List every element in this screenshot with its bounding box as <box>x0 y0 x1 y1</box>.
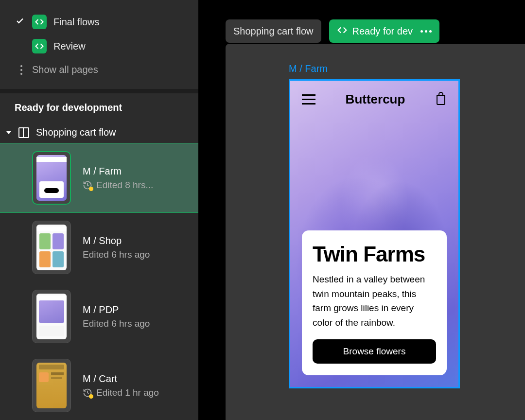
layer-name: M / Cart <box>83 373 159 385</box>
layer-meta: Edited 1 hr ago <box>96 387 159 398</box>
layers-list: M / Farm Edited 8 hrs... M / Shop <box>0 143 198 420</box>
canvas-viewport[interactable]: M / Farm Buttercup Twin Farms Nestled in… <box>226 44 525 420</box>
layer-name: M / PDP <box>83 304 150 315</box>
status-tag[interactable]: Ready for dev <box>329 19 440 43</box>
layer-name: M / Shop <box>83 235 150 246</box>
hamburger-icon[interactable] <box>302 94 315 105</box>
section-header: Ready for development <box>0 93 198 122</box>
layer-m-cart[interactable]: M / Cart Edited 1 hr ago <box>0 351 198 420</box>
device-frame[interactable]: Buttercup Twin Farms Nestled in a valley… <box>289 79 460 388</box>
canvas[interactable]: Shopping cart flow Ready for dev M / Far… <box>198 0 525 420</box>
shopping-bag-icon[interactable] <box>435 91 447 107</box>
status-tag-label: Ready for dev <box>352 26 413 37</box>
layer-meta: Edited 6 hrs ago <box>83 249 150 260</box>
check-icon <box>16 17 24 28</box>
layer-name: M / Farm <box>83 166 153 177</box>
layer-m-pdp[interactable]: M / PDP Edited 6 hrs ago <box>0 282 198 351</box>
pages-section: Final flows Review Show all pages <box>0 0 198 89</box>
more-icon[interactable] <box>420 30 432 33</box>
page-label: Review <box>53 41 86 52</box>
hero-card: Twin Farms Nestled in a valley between t… <box>302 230 447 375</box>
hero-title: Twin Farms <box>313 242 436 266</box>
section-icon <box>18 127 29 138</box>
section-tag-label: Shopping cart flow <box>233 26 314 37</box>
page-final-flows[interactable]: Final flows <box>15 10 184 34</box>
browse-flowers-button[interactable]: Browse flowers <box>313 339 436 364</box>
layer-thumbnail <box>32 359 71 412</box>
brand-logo: Buttercup <box>346 92 405 107</box>
frame-label[interactable]: M / Farm <box>289 63 525 74</box>
layer-thumbnail <box>32 290 71 343</box>
canvas-tags: Shopping cart flow Ready for dev <box>226 19 439 43</box>
layer-meta: Edited 6 hrs ago <box>83 318 150 329</box>
divider <box>0 89 198 93</box>
frame-group[interactable]: Shopping cart flow <box>0 122 198 143</box>
dev-ready-icon <box>32 15 47 29</box>
history-icon <box>83 388 92 398</box>
layer-m-farm[interactable]: M / Farm Edited 8 hrs... <box>0 143 198 213</box>
page-label: Final flows <box>53 17 99 28</box>
left-sidebar: Final flows Review Show all pages Ready … <box>0 0 198 420</box>
dev-ready-icon <box>337 25 348 38</box>
hero-body: Nestled in a valley between twin mountai… <box>313 272 436 330</box>
section-tag[interactable]: Shopping cart flow <box>226 19 321 43</box>
kebab-icon <box>20 65 22 75</box>
app-header: Buttercup <box>290 91 458 107</box>
layer-thumbnail <box>32 221 71 274</box>
layer-m-shop[interactable]: M / Shop Edited 6 hrs ago <box>0 213 198 282</box>
page-review[interactable]: Review <box>15 34 184 58</box>
layer-meta: Edited 8 hrs... <box>96 180 153 191</box>
history-icon <box>83 180 92 190</box>
dev-ready-icon <box>32 39 47 53</box>
frame-group-label: Shopping cart flow <box>36 127 116 138</box>
show-all-label: Show all pages <box>32 64 98 75</box>
svg-marker-0 <box>6 131 11 134</box>
caret-down-icon <box>6 127 12 138</box>
show-all-pages[interactable]: Show all pages <box>15 58 184 81</box>
layer-thumbnail <box>32 151 71 205</box>
